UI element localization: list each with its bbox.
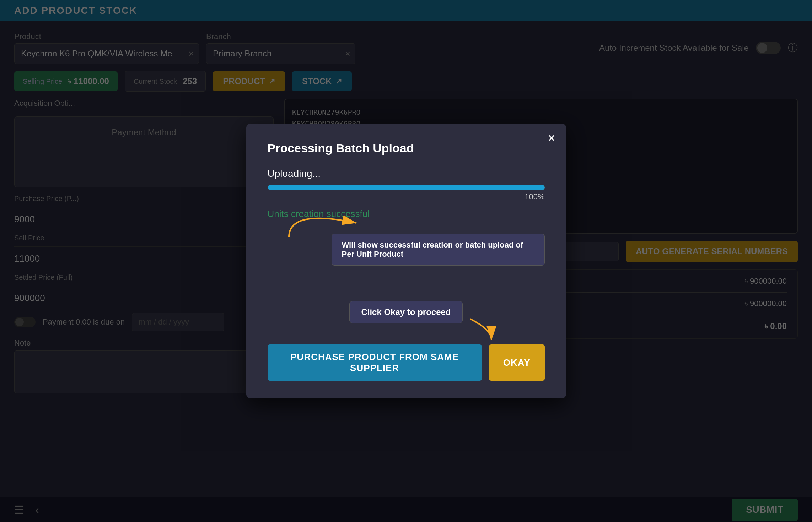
annotation-tooltip-1: Will show successful creation or batch u… bbox=[332, 234, 545, 266]
modal-buttons: PURCHASE PRODUCT FROM SAME SUPPLIER OKAY bbox=[268, 344, 545, 381]
progress-bar-fill bbox=[268, 185, 545, 190]
annotation-arrow-2 bbox=[264, 315, 548, 344]
annotation-1-container: Will show successful creation or batch u… bbox=[268, 237, 545, 294]
annotation-2-container: Click Okay to proceed bbox=[268, 301, 545, 323]
upload-label: Uploading... bbox=[268, 168, 545, 179]
modal-box: × Processing Batch Upload Uploading... 1… bbox=[246, 124, 566, 398]
modal-overlay: × Processing Batch Upload Uploading... 1… bbox=[0, 0, 812, 522]
progress-bar-container bbox=[268, 185, 545, 190]
okay-button[interactable]: OKAY bbox=[489, 344, 545, 381]
purchase-from-supplier-button[interactable]: PURCHASE PRODUCT FROM SAME SUPPLIER bbox=[268, 344, 482, 381]
modal-title: Processing Batch Upload bbox=[268, 141, 545, 155]
modal-close-button[interactable]: × bbox=[548, 131, 555, 146]
